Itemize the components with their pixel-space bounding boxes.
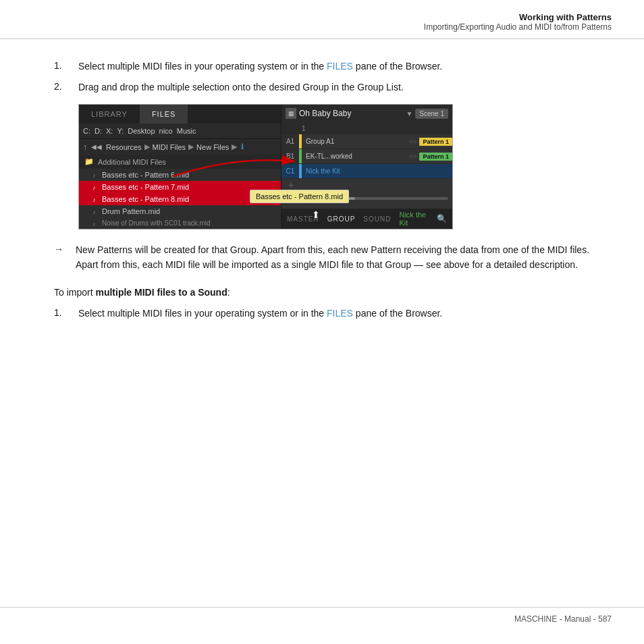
note-icon-2: ♪ [92, 184, 98, 190]
sound-tab[interactable]: SOUND [363, 215, 391, 223]
browser-panel: LIBRARY FILES C: D: X: Y: Desktop nico M… [79, 105, 281, 229]
section-title: Importing/Exporting Audio and MIDI to/fr… [32, 22, 612, 32]
dots-b1: ○○ [408, 153, 419, 160]
nav-nico[interactable]: nico [159, 127, 173, 135]
browser-nav: C: D: X: Y: Desktop nico Music [79, 124, 281, 138]
group-row-b1[interactable]: B1 EK-TL...worked ○○ Pattern 1 [281, 149, 452, 164]
step-2-text: Drag and drop the multiple selection ont… [78, 82, 404, 92]
group-tab[interactable]: GROUP [327, 215, 356, 223]
row-label-a1: A1 [281, 134, 299, 149]
page-footer: MASCHINE - Manual - 587 [0, 607, 644, 630]
tooltip: Basses etc - Pattern 8.mid [250, 190, 349, 203]
nav-d[interactable]: D: [95, 127, 102, 135]
path-arrow-3: ▶ [232, 142, 237, 151]
step-3-text-before: Select multiple MIDI files in your opera… [78, 308, 327, 319]
nav-music[interactable]: Music [177, 127, 196, 135]
arrow-symbol: → [54, 244, 68, 254]
step-1-text-after: pane of the Browser. [353, 61, 442, 72]
path-arrow-2: ▶ [188, 142, 194, 151]
step-2: Drag and drop the multiple selection ont… [54, 80, 590, 95]
pattern-badge-b1: Pattern 1 [419, 153, 452, 161]
grid-icon: ▦ [286, 108, 296, 119]
file-name-2: Basses etc - Pattern 7.mid [102, 183, 189, 191]
import-suffix: : [227, 287, 230, 298]
dots-a1: ○○ [408, 138, 419, 145]
group-row-a1[interactable]: A1 Group A1 ○○ Pattern 1 [281, 134, 452, 149]
file-item-5[interactable]: ♪ Noise of Drums with SC01 track.mid [79, 217, 281, 229]
step-3-content: Select multiple MIDI files in your opera… [78, 306, 442, 321]
browser-tabs: LIBRARY FILES [79, 105, 281, 124]
step-3: Select multiple MIDI files in your opera… [54, 306, 590, 321]
search-icon[interactable]: 🔍 [437, 214, 447, 223]
arrow-description: New Patterns will be created for that Gr… [76, 243, 590, 272]
path-new-files[interactable]: New Files [196, 143, 229, 151]
nav-y[interactable]: Y: [117, 127, 124, 135]
bottom-group-name: Nick the Kit [399, 211, 429, 227]
row-label-b1: B1 [281, 149, 299, 163]
note-icon-1: ♪ [92, 172, 98, 178]
note-icon-3: ♪ [92, 196, 98, 202]
group-name-b1: EK-TL...worked [302, 153, 408, 160]
files-tab[interactable]: FILES [140, 105, 188, 124]
group-bottom: MASTER GROUP SOUND Nick the Kit 🔍 [281, 209, 452, 229]
file-name-5: Noise of Drums with SC01 track.mid [102, 219, 211, 227]
folder-name: Additional MIDI Files [98, 158, 166, 166]
folder-header: 📁 Additional MIDI Files [79, 155, 281, 169]
up-icon[interactable]: ↑ [83, 142, 87, 152]
row-label-c1: C1 [281, 164, 299, 178]
back-icon[interactable]: ◀◀ [91, 143, 102, 151]
group-name-a1: Group A1 [302, 138, 408, 145]
path-resources[interactable]: Resources [106, 143, 142, 151]
file-item-4[interactable]: ♪ Drum Pattern.mid [79, 205, 281, 217]
group-header: ▦ Oh Baby Baby ▼ Scene 1 [281, 105, 452, 122]
cursor-icon: ⬆ [312, 209, 320, 220]
import-heading: To import multiple MIDI files to a Sound… [54, 286, 590, 300]
nav-desktop[interactable]: Desktop [128, 127, 155, 135]
instruction-list-2: Select multiple MIDI files in your opera… [54, 306, 590, 321]
instruction-list: Select multiple MIDI files in your opera… [54, 59, 590, 95]
dropdown-arrow[interactable]: ▼ [406, 110, 412, 117]
footer-text: MASCHINE - Manual - 587 [514, 614, 612, 624]
nav-x[interactable]: X: [106, 127, 113, 135]
info-icon[interactable]: ℹ [241, 142, 244, 151]
scene-number: 1 [302, 125, 306, 132]
group-row-c1[interactable]: C1 Nick the Kit [281, 164, 452, 179]
path-midi-files[interactable]: MIDI Files [153, 143, 186, 151]
file-name-3: Basses etc - Pattern 8.mid [102, 195, 189, 203]
path-arrow-1: ▶ [144, 142, 150, 151]
step-1: Select multiple MIDI files in your opera… [54, 59, 590, 74]
library-tab[interactable]: LIBRARY [79, 105, 140, 124]
chapter-title: Working with Patterns [32, 12, 612, 22]
nav-c[interactable]: C: [83, 127, 90, 135]
note-icon-5: ♪ [92, 221, 98, 226]
step-1-text-before: Select multiple MIDI files in your opera… [78, 61, 327, 72]
group-name-c1: Nick the Kit [302, 167, 452, 175]
step-2-content: Drag and drop the multiple selection ont… [78, 80, 404, 95]
step-1-content: Select multiple MIDI files in your opera… [78, 59, 442, 74]
files-link-2[interactable]: FILES [327, 308, 353, 319]
step-3-text-after: pane of the Browser. [353, 308, 442, 319]
group-panel: ▦ Oh Baby Baby ▼ Scene 1 1 A1 Group A1 ○… [281, 105, 452, 229]
ui-screenshot: LIBRARY FILES C: D: X: Y: Desktop nico M… [78, 104, 453, 230]
file-item-1[interactable]: ♪ Basses etc - Pattern 6.mid [79, 169, 281, 181]
page-content: Select multiple MIDI files in your opera… [0, 39, 644, 368]
files-link-1[interactable]: FILES [327, 61, 353, 72]
file-name-1: Basses etc - Pattern 6.mid [102, 171, 189, 179]
project-name: Oh Baby Baby [299, 109, 403, 118]
scene-button[interactable]: Scene 1 [415, 109, 448, 119]
import-bold: multiple MIDI files to a Sound [95, 287, 227, 298]
file-name-4: Drum Pattern.mid [102, 207, 160, 215]
plus-icon: + [288, 180, 294, 190]
pattern-badge-a1: Pattern 1 [419, 138, 452, 146]
import-prefix: To import [54, 287, 95, 298]
browser-toolbar: ↑ ◀◀ Resources ▶ MIDI Files ▶ New Files … [79, 138, 281, 155]
note-icon-4: ♪ [92, 209, 98, 214]
arrow-section: → New Patterns will be created for that … [54, 243, 590, 272]
browser-path: Resources ▶ MIDI Files ▶ New Files ▶ [106, 142, 237, 151]
folder-icon: 📁 [84, 157, 94, 166]
page-header: Working with Patterns Importing/Exportin… [0, 0, 644, 39]
